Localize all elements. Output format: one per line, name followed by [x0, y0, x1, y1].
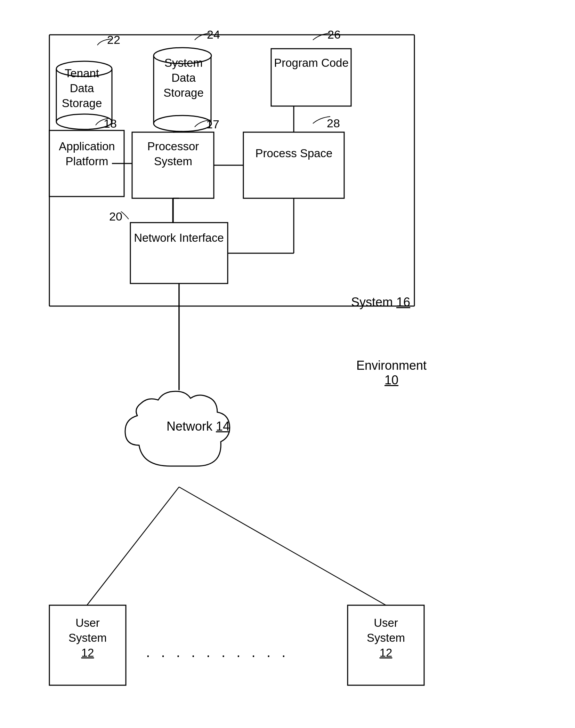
program-code-label: Program Code	[270, 56, 352, 71]
environment-label: Environment10	[356, 358, 427, 387]
tenant-storage-label: Tenant Data Storage	[51, 66, 112, 111]
svg-line-24	[179, 487, 386, 605]
system-storage-label: System Data Storage	[152, 56, 215, 101]
ref-28: 28	[327, 117, 340, 130]
app-platform-label: Application Platform	[49, 139, 125, 169]
processor-system-label: Processor System	[131, 139, 215, 169]
svg-line-17	[173, 131, 183, 132]
svg-rect-14	[243, 132, 344, 198]
ref-22: 22	[107, 33, 120, 47]
svg-point-9	[154, 115, 211, 131]
ref-24: 24	[207, 28, 220, 41]
user-system-left-label: UserSystem12	[49, 616, 126, 661]
ref-18: 18	[104, 117, 117, 130]
ref-26: 26	[327, 28, 341, 41]
ref-20: 20	[109, 210, 122, 223]
diagram-container: 22 Tenant Data Storage 24 System Data St…	[28, 14, 542, 717]
user-system-right-label: UserSystem12	[348, 616, 424, 661]
dots-separator: · · · · · · · · · ·	[146, 647, 289, 664]
svg-line-23	[87, 487, 179, 605]
process-space-label: Process Space	[243, 146, 345, 161]
network-interface-label: Network Interface	[129, 231, 228, 246]
ref-17: 17	[206, 118, 219, 131]
network-label: Network 14	[155, 419, 242, 434]
system-label: System 16	[351, 295, 410, 310]
